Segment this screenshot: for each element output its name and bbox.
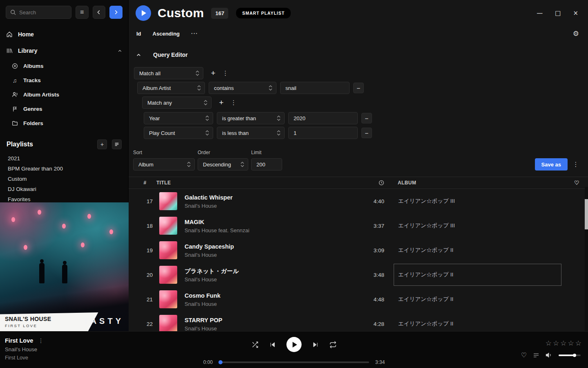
track-title[interactable]: Cosmo Funk	[185, 292, 356, 300]
sidebar-item-tracks[interactable]: ♫ Tracks	[11, 73, 122, 88]
track-title[interactable]: Candy Spaceship	[185, 243, 356, 251]
search-input[interactable]	[19, 9, 67, 16]
play-playlist-button[interactable]	[136, 5, 151, 21]
next-track-button[interactable]	[312, 341, 319, 348]
match-type-select[interactable]: Match all	[134, 67, 203, 79]
table-row[interactable]: 17 Galactic Whisper Snail's House 4:40 エ…	[129, 189, 588, 213]
rule-operator-select[interactable]: contains	[209, 82, 276, 94]
add-rule-button[interactable]: +	[208, 68, 218, 79]
star-icon[interactable]: ☆	[560, 339, 566, 347]
play-pause-button[interactable]	[287, 337, 302, 352]
nav-forward-button[interactable]	[109, 6, 122, 19]
playlist-item[interactable]: 2021	[0, 153, 128, 164]
rule-operator-select[interactable]: is greater than	[217, 112, 285, 124]
track-album[interactable]: エイリアン☆ポップ III	[394, 190, 561, 212]
track-album-focused[interactable]: エイリアン☆ポップ II	[394, 264, 561, 286]
table-row[interactable]: 20 プラネット・ガール Snail's House 3:48 エイリアン☆ポッ…	[129, 263, 588, 287]
sort-field-button[interactable]: Id	[136, 31, 141, 37]
playlist-list-button[interactable]	[112, 139, 122, 149]
column-header-number[interactable]: #	[134, 180, 156, 186]
playlist-item[interactable]: DJ Okawari	[0, 184, 128, 194]
settings-gear-icon[interactable]: ⚙	[573, 29, 579, 38]
minimize-button[interactable]: —	[537, 9, 543, 17]
track-title[interactable]: STARRY POP	[185, 316, 356, 324]
now-playing-artist[interactable]: Snail's House	[5, 346, 44, 352]
close-button[interactable]: ×	[573, 9, 578, 17]
queue-button[interactable]	[533, 352, 539, 359]
maximize-button[interactable]: □	[555, 9, 561, 17]
rule-value-input[interactable]	[288, 112, 358, 124]
query-menu-button[interactable]: ⋮	[572, 159, 579, 170]
table-row[interactable]: 19 Candy Spaceship Snail's House 3:09 エイ…	[129, 238, 588, 263]
track-artist[interactable]: Snail's House	[185, 325, 356, 332]
menu-button[interactable]: ≡	[76, 6, 89, 19]
sidebar-item-library[interactable]: Library	[6, 43, 122, 59]
search-box[interactable]	[6, 6, 71, 19]
track-album[interactable]: エイリアン☆ポップ III	[394, 215, 561, 237]
repeat-button[interactable]	[330, 341, 337, 348]
chevron-up-icon[interactable]	[117, 48, 122, 54]
rule-field-select[interactable]: Year	[144, 112, 213, 124]
track-album[interactable]: エイリアン☆ポップ II	[394, 313, 561, 331]
sidebar-item-folders[interactable]: Folders	[11, 116, 122, 130]
order-select[interactable]: Descending	[198, 158, 248, 171]
track-title[interactable]: Galactic Whisper	[185, 194, 356, 202]
playlist-item[interactable]: BPM Greater than 200	[0, 164, 128, 174]
now-playing-artwork[interactable]: SNAIL'S HOUSE FIRST LOVE TASTY	[0, 202, 129, 331]
remove-rule-button[interactable]: −	[361, 113, 372, 123]
track-title[interactable]: MAGIK	[185, 218, 356, 226]
volume-button[interactable]	[546, 352, 552, 359]
table-row[interactable]: 18 MAGIK Snail's House feat. Sennzai 3:3…	[129, 213, 588, 238]
collapse-query-editor-button[interactable]	[136, 52, 142, 58]
track-title[interactable]: プラネット・ガール	[185, 267, 356, 275]
add-playlist-button[interactable]: +	[97, 139, 107, 149]
rule-value-input[interactable]	[280, 82, 350, 94]
rule-value-input[interactable]	[288, 127, 358, 139]
rule-field-select[interactable]: Album Artist	[137, 82, 205, 94]
track-artist[interactable]: Snail's House feat. Sennzai	[185, 227, 356, 233]
track-artist[interactable]: Snail's House	[185, 276, 356, 283]
table-scrollbar[interactable]	[585, 187, 588, 331]
track-album[interactable]: エイリアン☆ポップ II	[394, 239, 561, 261]
nav-back-button[interactable]	[93, 6, 106, 19]
more-options-button[interactable]: ···	[191, 30, 198, 37]
star-icon[interactable]: ☆	[568, 339, 574, 347]
column-header-duration[interactable]	[356, 180, 384, 186]
limit-input[interactable]	[251, 158, 282, 171]
rule-operator-select[interactable]: is less than	[217, 127, 285, 139]
heart-column-icon[interactable]: ♡	[566, 180, 588, 186]
remove-rule-button[interactable]: −	[361, 128, 372, 138]
shuffle-button[interactable]	[252, 341, 259, 348]
sort-select[interactable]: Album	[133, 158, 195, 171]
previous-track-button[interactable]	[270, 341, 276, 348]
rule-group-menu-button[interactable]: ⋮	[230, 97, 237, 108]
sort-order-button[interactable]: Ascending	[153, 31, 180, 37]
seek-bar[interactable]	[219, 361, 369, 363]
sidebar-item-genres[interactable]: Genres	[11, 102, 122, 116]
track-artist[interactable]: Snail's House	[185, 203, 356, 209]
track-album[interactable]: エイリアン☆ポップ II	[394, 288, 561, 310]
track-artist[interactable]: Snail's House	[185, 301, 356, 307]
table-row[interactable]: 21 Cosmo Funk Snail's House 4:48 エイリアン☆ポ…	[129, 287, 588, 312]
track-artist[interactable]: Snail's House	[185, 252, 356, 258]
now-playing-title[interactable]: First Love	[5, 337, 33, 344]
rule-group-menu-button[interactable]: ⋮	[222, 68, 229, 79]
sidebar-item-album-artists[interactable]: Album Artists	[11, 88, 122, 102]
sidebar-item-home[interactable]: Home	[6, 26, 122, 43]
column-header-title[interactable]: TITLE	[156, 180, 356, 186]
star-icon[interactable]: ☆	[553, 339, 559, 347]
save-as-button[interactable]: Save as	[535, 158, 568, 171]
add-rule-button[interactable]: +	[216, 97, 227, 108]
star-icon[interactable]: ☆	[575, 339, 581, 347]
now-playing-album[interactable]: First Love	[5, 355, 44, 361]
seek-handle[interactable]	[218, 360, 223, 364]
scrollbar-thumb[interactable]	[585, 199, 588, 229]
remove-rule-button[interactable]: −	[353, 83, 364, 93]
column-header-album[interactable]: ALBUM	[384, 180, 566, 186]
rule-field-select[interactable]: Play Count	[144, 127, 213, 139]
volume-slider[interactable]	[559, 355, 581, 356]
table-row[interactable]: 22 STARRY POP Snail's House 4:28 エイリアン☆ポ…	[129, 312, 588, 331]
favorite-heart-icon[interactable]: ♡	[521, 351, 527, 359]
star-icon[interactable]: ☆	[546, 339, 552, 347]
volume-handle[interactable]	[573, 354, 576, 357]
